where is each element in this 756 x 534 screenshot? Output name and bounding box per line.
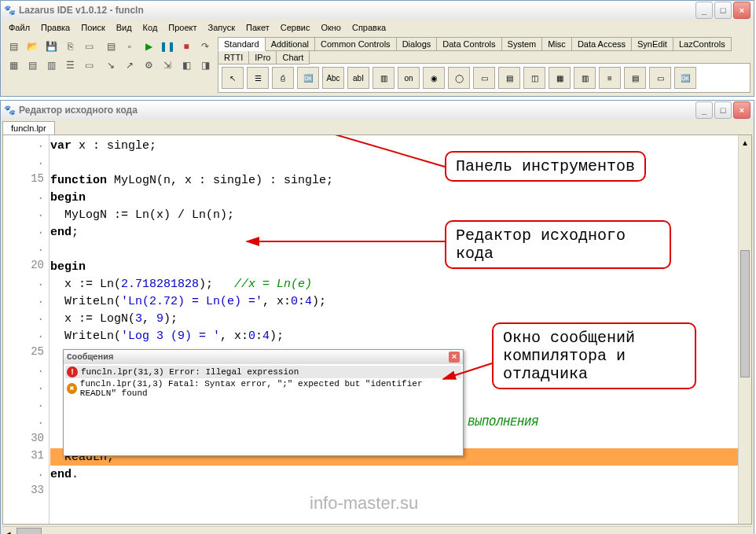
- editor-titlebar[interactable]: 🐾 Редактор исходного кода _ □ ×: [1, 101, 754, 120]
- component-tab[interactable]: Standard: [218, 37, 266, 51]
- file-icon[interactable]: ▫: [120, 37, 139, 56]
- component-tab[interactable]: Chart: [276, 50, 310, 64]
- help-icon[interactable]: ▭: [79, 56, 98, 75]
- pause-icon[interactable]: ❚❚: [158, 37, 177, 56]
- palette-button[interactable]: ◯: [448, 67, 470, 89]
- misc1-icon[interactable]: ◧: [177, 56, 196, 75]
- options-icon[interactable]: ☰: [61, 56, 79, 75]
- messages-panel[interactable]: Сообщения × !funcln.lpr(31,3) Error: Ill…: [63, 349, 464, 456]
- editor-close-button[interactable]: ×: [733, 101, 750, 119]
- component-tab[interactable]: Dialogs: [396, 37, 438, 51]
- menu-item[interactable]: Справка: [347, 21, 391, 34]
- menu-item[interactable]: Поиск: [76, 21, 109, 34]
- messages-list[interactable]: !funcln.lpr(31,3) Error: Illegal express…: [64, 364, 463, 455]
- step-into-icon[interactable]: ↘: [101, 56, 120, 75]
- palette-button[interactable]: ☰: [247, 67, 269, 89]
- component-tab[interactable]: System: [501, 37, 543, 51]
- palette-button[interactable]: ↖: [222, 67, 244, 89]
- gutter-line: .: [3, 395, 49, 412]
- code-area[interactable]: ..15....20....25....3031.33 var x : sing…: [2, 134, 752, 525]
- palette-button[interactable]: Abc: [322, 67, 344, 89]
- menu-item[interactable]: Код: [138, 21, 163, 34]
- new-form-icon[interactable]: ▭: [79, 37, 98, 56]
- file-tab-active[interactable]: funcln.lpr: [2, 121, 55, 134]
- component-palette: ↖☰⎙🆗AbcabI▥on◉◯▭▤◫▦▥≡▤▭🆗: [218, 63, 750, 93]
- component-tab[interactable]: Common Controls: [314, 37, 397, 51]
- palette-button[interactable]: ▤: [624, 67, 646, 89]
- palette-button[interactable]: ≡: [599, 67, 621, 89]
- misc2-icon[interactable]: ◨: [196, 56, 215, 75]
- menu-item[interactable]: Вид: [112, 21, 137, 34]
- menu-item[interactable]: Файл: [4, 21, 35, 34]
- menu-item[interactable]: Правка: [36, 21, 75, 34]
- ide-main-window: 🐾 Lazarus IDE v1.0.12 - funcln _ □ × Фай…: [0, 0, 754, 97]
- close-button[interactable]: ×: [733, 2, 750, 19]
- editor-minimize-button[interactable]: _: [695, 101, 713, 119]
- menu-item[interactable]: Проект: [163, 21, 201, 34]
- component-tab[interactable]: IPro: [248, 50, 277, 64]
- palette-button[interactable]: 🆗: [674, 67, 696, 89]
- code-line[interactable]: function MyLogN(n, x : single) : single;: [50, 171, 751, 189]
- palette-button[interactable]: ⎙: [272, 67, 294, 89]
- code-line[interactable]: [50, 154, 751, 171]
- gutter-line: .: [3, 239, 49, 256]
- editor-window: 🐾 Редактор исходного кода _ □ × funcln.l…: [0, 100, 754, 534]
- messages-close-icon[interactable]: ×: [449, 352, 460, 363]
- component-tab[interactable]: Data Access: [571, 37, 632, 51]
- toolbar-area: ▤ 📂 💾 ⎘ ▭ ▦ ▤ ▥ ☰ ▭ ▤ ▫ ▶ ❚❚ ■ ↷ ↘ ↗: [1, 35, 754, 96]
- save-all-icon[interactable]: ⎘: [61, 37, 79, 56]
- palette-button[interactable]: ◫: [523, 67, 545, 89]
- build-icon[interactable]: ⚙: [139, 56, 158, 75]
- compile-icon[interactable]: ⇲: [158, 56, 177, 75]
- new-unit-icon[interactable]: ▤: [4, 37, 23, 56]
- code-line[interactable]: WriteLn('Ln(2.72) = Ln(e) =', x:0:4);: [50, 293, 751, 310]
- component-tab[interactable]: Additional: [265, 37, 315, 51]
- palette-button[interactable]: ▭: [649, 67, 671, 89]
- step-over-icon[interactable]: ↷: [196, 37, 215, 56]
- stop-icon[interactable]: ■: [177, 37, 196, 56]
- open-icon[interactable]: 📂: [23, 37, 42, 56]
- view-forms-icon[interactable]: ▥: [42, 56, 61, 75]
- menu-item[interactable]: Сервис: [276, 21, 315, 34]
- palette-button[interactable]: ◉: [423, 67, 445, 89]
- horizontal-scrollbar[interactable]: ◂: [2, 526, 752, 534]
- menu-item[interactable]: Окно: [316, 21, 346, 34]
- palette-button[interactable]: on: [398, 67, 420, 89]
- palette-button[interactable]: ▥: [372, 67, 395, 89]
- callout-editor: Редактор исходного кода: [445, 220, 671, 269]
- message-row[interactable]: ✖funcln.lpr(31,3) Fatal: Syntax error, "…: [65, 378, 461, 399]
- component-tab[interactable]: LazControls: [673, 37, 732, 51]
- message-row[interactable]: !funcln.lpr(31,3) Error: Illegal express…: [65, 366, 461, 378]
- palette-button[interactable]: ▤: [498, 67, 520, 89]
- code-line[interactable]: begin: [50, 189, 751, 206]
- run-icon[interactable]: ▶: [139, 37, 158, 56]
- palette-button[interactable]: ▭: [473, 67, 495, 89]
- code-line[interactable]: x := Ln(2.718281828); //x = Ln(e): [50, 275, 751, 293]
- component-tab[interactable]: SynEdit: [631, 37, 673, 51]
- callout-toolbar: Панель инструментов: [445, 151, 646, 182]
- code-line[interactable]: end.: [50, 466, 751, 483]
- editor-maximize-button[interactable]: □: [714, 101, 732, 119]
- messages-titlebar[interactable]: Сообщения ×: [64, 350, 463, 364]
- menu-item[interactable]: Пакет: [241, 21, 274, 34]
- menu-item[interactable]: Запуск: [204, 21, 240, 34]
- component-tab[interactable]: Data Controls: [436, 37, 501, 51]
- watermark: info-master.su: [310, 493, 418, 514]
- save-icon[interactable]: 💾: [42, 37, 61, 56]
- palette-button[interactable]: abI: [347, 67, 369, 89]
- component-tab[interactable]: Misc: [541, 37, 572, 51]
- component-tab[interactable]: RTTI: [218, 50, 249, 64]
- view-icon[interactable]: ▤: [101, 37, 120, 56]
- main-titlebar[interactable]: 🐾 Lazarus IDE v1.0.12 - funcln _ □ ×: [1, 1, 754, 20]
- palette-button[interactable]: ▥: [574, 67, 596, 89]
- step-out-icon[interactable]: ↗: [120, 56, 139, 75]
- view-units-icon[interactable]: ▤: [23, 56, 42, 75]
- vertical-scrollbar[interactable]: ▴: [738, 135, 751, 524]
- minimize-button[interactable]: _: [695, 2, 713, 19]
- palette-button[interactable]: 🆗: [297, 67, 319, 89]
- palette-button[interactable]: ▦: [549, 67, 571, 89]
- toggle-form-icon[interactable]: ▦: [4, 56, 23, 75]
- main-title: Lazarus IDE v1.0.12 - funcln: [19, 5, 144, 16]
- code-line[interactable]: var x : single;: [50, 137, 751, 154]
- maximize-button[interactable]: □: [714, 2, 732, 19]
